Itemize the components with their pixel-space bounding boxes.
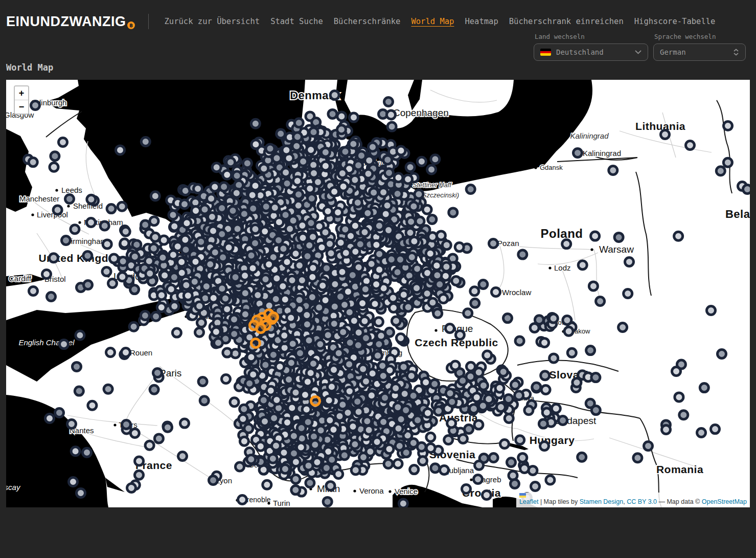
stamen-design-link[interactable]: Stamen Design [580, 498, 623, 505]
header-divider [148, 14, 149, 29]
svg-text:Romania: Romania [656, 463, 703, 475]
language-select-value: German [660, 48, 686, 56]
svg-text:Wroclaw: Wroclaw [502, 288, 531, 297]
map-attribution: Leaflet | Map tiles by Stamen Design, CC… [516, 493, 750, 507]
svg-text:Stettiner Haff: Stettiner Haff [413, 181, 452, 189]
country-select[interactable]: Deutschland [534, 43, 648, 61]
logo-text: EINUNDZWANZIG [6, 14, 126, 30]
map-zoom-control: + − [14, 85, 29, 115]
nav-heatmap[interactable]: Heatmap [465, 17, 498, 26]
einundzwanzig-logo[interactable]: EINUNDZWANZIG ฿ [6, 14, 135, 30]
attribution-mapdata: — Map data © [657, 498, 702, 505]
nav-highscore-tabelle[interactable]: Highscore-Tabelle [634, 17, 716, 26]
nav-buecherschraenke[interactable]: Bücherschränke [334, 17, 401, 26]
svg-text:Pozan: Pozan [497, 239, 519, 248]
svg-text:Verona: Verona [359, 486, 384, 495]
locale-controls: Land wechseln Deutschland Sprache wechse… [534, 33, 746, 61]
svg-text:Belarus: Belarus [725, 208, 750, 220]
map-canvas: English ChannelscayKaliningradMecklenbur… [6, 80, 750, 507]
country-select-label: Land wechseln [535, 33, 648, 40]
language-select[interactable]: German [653, 43, 746, 61]
language-select-label: Sprache wechseln [654, 33, 746, 40]
zoom-in-button[interactable]: + [15, 86, 28, 100]
german-flag-icon [540, 49, 551, 56]
svg-text:Manchester: Manchester [19, 194, 59, 203]
svg-text:Rouen: Rouen [130, 348, 152, 357]
svg-text:scay: scay [6, 483, 21, 492]
chevron-down-icon [635, 50, 642, 54]
nav-world-map[interactable]: World Map [411, 17, 454, 26]
top-navigation-bar: EINUNDZWANZIG ฿ Zurück zur Übersicht Sta… [0, 0, 756, 33]
ukraine-flag-icon [519, 493, 526, 498]
svg-text:Lithuania: Lithuania [635, 120, 685, 132]
svg-text:Copenhagen: Copenhagen [393, 107, 449, 118]
bitcoin-icon: ฿ [127, 21, 135, 29]
svg-text:Cardiff: Cardiff [9, 274, 32, 283]
svg-text:Birmingham: Birmingham [66, 237, 107, 245]
attribution-text: | Map tiles by [538, 498, 579, 505]
svg-text:Warsaw: Warsaw [599, 244, 634, 255]
svg-text:Lodz: Lodz [554, 263, 571, 272]
svg-text:Venice: Venice [395, 487, 418, 496]
svg-text:Kaliningrad: Kaliningrad [583, 149, 621, 158]
world-map[interactable]: English ChannelscayKaliningradMecklenbur… [6, 80, 750, 507]
svg-text:Poland: Poland [540, 227, 583, 240]
svg-text:Leeds: Leeds [61, 186, 82, 194]
page-title: World Map [6, 62, 756, 73]
svg-text:Kaliningrad: Kaliningrad [570, 131, 609, 140]
country-select-value: Deutschland [556, 48, 604, 56]
leaflet-link[interactable]: Leaflet [519, 498, 539, 505]
svg-text:Gdansk: Gdansk [540, 164, 563, 171]
svg-text:Turin: Turin [273, 499, 290, 507]
nav-stadt-suche[interactable]: Stadt Suche [270, 17, 323, 26]
zoom-out-button[interactable]: − [15, 100, 28, 114]
openstreetmap-link[interactable]: OpenStreetMap [702, 498, 747, 505]
nav-buecherschrank-einreichen[interactable]: Bücherschrank einreichen [509, 17, 624, 26]
cc-by-link[interactable]: CC BY 3.0 [627, 498, 657, 505]
nav-zurueck-zur-uebersicht[interactable]: Zurück zur Übersicht [164, 17, 260, 26]
chevron-up-down-icon [733, 49, 739, 56]
svg-text:Hungary: Hungary [530, 434, 575, 446]
main-nav: Zurück zur Übersicht Stadt Suche Büchers… [164, 17, 715, 26]
